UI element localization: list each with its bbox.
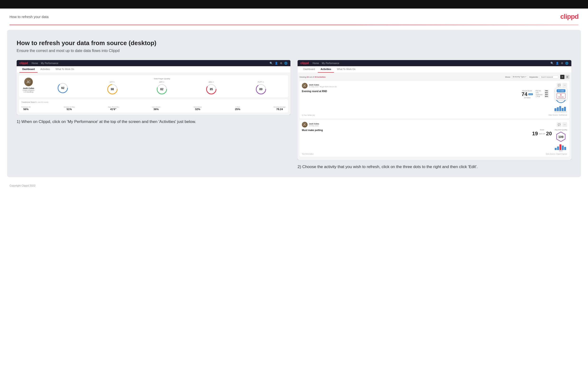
circle-value-arg: 85 (210, 88, 213, 91)
circle-ring-putt: 89 (255, 83, 267, 95)
activity-avatar-2: JC (302, 122, 308, 127)
asq-axis-labels-1: OTTAPPARGPUTT (554, 111, 567, 113)
globe-icon-right[interactable]: 🌐 (565, 62, 569, 65)
score-label: Score (532, 129, 552, 131)
list-view-icon[interactable]: ≡ (560, 75, 564, 79)
left-nav-home[interactable]: Home (32, 62, 38, 65)
user-icon-right[interactable]: 👤 (556, 62, 559, 65)
chat-icon[interactable]: 💬 (557, 83, 561, 88)
score-badge: HCP (528, 93, 533, 95)
avg-shot-quality-2: Avg Shot Quality 109 (555, 129, 567, 152)
round-stats-1: FW Hit79% GIR50% Up/Down45% 1 Putt50% (536, 90, 552, 97)
delete-button[interactable]: 🗑 Delete (557, 93, 565, 99)
out-of-label: OUT OF (539, 133, 545, 135)
activities-header: Viewing 24 out of 35 Activities Show: Al… (299, 75, 570, 79)
globe-icon[interactable]: 🌐 (284, 62, 288, 65)
search-input[interactable] (539, 75, 558, 79)
left-tab-bar: Dashboard Activities What To Work On (17, 66, 290, 73)
right-nav-home[interactable]: Home (312, 62, 319, 65)
stat-greens-in-reg: Greens In Reg 51% (64, 106, 75, 111)
asq-bar-3 (559, 106, 561, 111)
asq-label-2: Avg Shot Quality (555, 129, 567, 131)
left-nav-my-performance[interactable]: My Performance (41, 62, 58, 65)
view-icons: ≡ ⊞ (560, 75, 570, 79)
player-info: JC Josh Coles United Kingdom 1.5 Handica… (21, 78, 36, 95)
grid-view-icon[interactable]: ⊞ (565, 75, 570, 79)
user-icon[interactable]: 👤 (275, 62, 278, 65)
activity-title-area-2: Must make putting (302, 129, 529, 132)
left-nav-logo: clippd (19, 61, 28, 65)
right-nav-icons: 🔍 👤 ⚙ 🌐 (550, 62, 569, 65)
footer-source-2: Data Source: Clippd Capture (546, 153, 567, 155)
circle-ring-app: 82 (156, 83, 168, 95)
activity-card-2: JC Josh Coles 29 May 2022 💬 ··· (299, 120, 570, 157)
action-dropdown: ✏ Edit 🗑 Delete (555, 88, 567, 100)
asq-hex-2: 109 (556, 132, 566, 142)
footer-tee: ⓪ Tee: White (M) (302, 114, 315, 117)
activity-user-info-2: Josh Coles 29 May 2022 (309, 123, 319, 126)
asq-chart-1 (554, 104, 567, 111)
tab-activities[interactable]: Activities (38, 66, 52, 73)
left-nav-icons: 🔍 👤 ⚙ 🌐 (269, 62, 288, 65)
user-name-2: Josh Coles (309, 123, 319, 125)
circle-app: APP ✏ 82 (156, 81, 168, 95)
activity-type-filter[interactable]: All Activity Types ▾ (511, 75, 528, 79)
user-name-1: Josh Coles (309, 84, 337, 86)
circle-ring-ott: 98 (107, 83, 118, 95)
traditional-stats: Traditional Stats ℹ Last 20 rounds Fairw… (19, 99, 288, 113)
more-icon-2[interactable]: ··· (562, 122, 567, 127)
asq-bar2-5 (564, 147, 566, 150)
right-nav-items: Home My Performance (312, 62, 339, 65)
asq-bar-1 (554, 108, 556, 111)
left-column: clippd Home My Performance 🔍 👤 ⚙ 🌐 Dashb… (17, 60, 290, 170)
activity-title-area-1: Evening round at RND (302, 90, 519, 92)
circle-ott: OTT ✏ 98 (107, 81, 118, 95)
show-filter: Show: All Activity Types ▾ (505, 75, 527, 79)
settings-icon[interactable]: ⚙ (280, 62, 282, 65)
asq-bar2-2 (557, 146, 559, 150)
tab-dashboard[interactable]: Dashboard (19, 66, 38, 73)
left-nav-items: Home My Performance (32, 62, 58, 65)
stat-scoring-avg: Scoring Average 78.24 (274, 106, 286, 111)
circle-value-ott: 98 (111, 88, 114, 91)
right-tab-dashboard[interactable]: Dashboard (300, 66, 318, 73)
search-icon[interactable]: 🔍 (269, 62, 273, 65)
copyright: Copyright Clippd 2022 (9, 184, 35, 187)
footer-test-info: Test Information (302, 153, 314, 155)
circle-label-ott: OTT ✏ (110, 81, 115, 83)
activity-user-row-1: JC Josh Coles 31 May 2022 · Royal North … (302, 83, 567, 89)
player-section: JC Josh Coles United Kingdom 1.5 Handica… (19, 75, 288, 97)
tab-what-to-work-on[interactable]: What To Work On (53, 66, 77, 73)
instruction-right: 2) Choose the activity that you wish to … (298, 164, 571, 170)
asq-bar-4 (562, 108, 563, 111)
activities-content: Viewing 24 out of 35 Activities Show: Al… (298, 73, 571, 160)
search-icon-right[interactable]: 🔍 (550, 62, 554, 65)
stat-up-down: Up & Down 36% (152, 106, 160, 111)
user-date-1: 31 May 2022 · Royal North Devon GC (309, 86, 337, 88)
keyword-area: Keywords: (529, 75, 558, 79)
header-divider (9, 25, 579, 25)
right-nav-my-performance[interactable]: My Performance (322, 62, 339, 65)
shots-total: 20 (546, 131, 552, 137)
main-heading: How to refresh your data from source (de… (17, 39, 571, 47)
edit-button[interactable]: ✏ Edit (557, 89, 565, 92)
settings-icon-right[interactable]: ⚙ (561, 62, 563, 65)
instruction-left: 1) When on Clippd, click on 'My Performa… (17, 119, 290, 125)
asq-chart-2 (555, 143, 567, 150)
circle-label-arg: ARG ✏ (209, 81, 214, 83)
right-tab-what-to-work-on[interactable]: What To Work On (334, 66, 358, 73)
right-tab-activities[interactable]: Activities (318, 66, 334, 73)
activity-footer-2: Test Information Data Source: Clippd Cap… (302, 153, 567, 155)
circles-row: 92 OTT ✏ (38, 81, 286, 95)
player-name: Josh Coles (23, 87, 34, 90)
shots-score: 19 (532, 131, 538, 136)
user-date-2: 29 May 2022 (309, 125, 319, 126)
quality-section: Total Player Quality 92 (38, 78, 286, 95)
more-icon[interactable]: ··· (562, 83, 567, 88)
activity-body-1: Evening round at RND Round Score 74 HCP … (302, 90, 567, 113)
footer-source-1: Data Source: GolfStat.ab (549, 114, 567, 117)
chat-icon-2[interactable]: 💬 (557, 122, 561, 127)
asq-bar-5 (564, 107, 566, 111)
activity-user-info-1: Josh Coles 31 May 2022 · Royal North Dev… (309, 84, 337, 88)
asq-axis-labels-2: PUTT (555, 150, 567, 152)
